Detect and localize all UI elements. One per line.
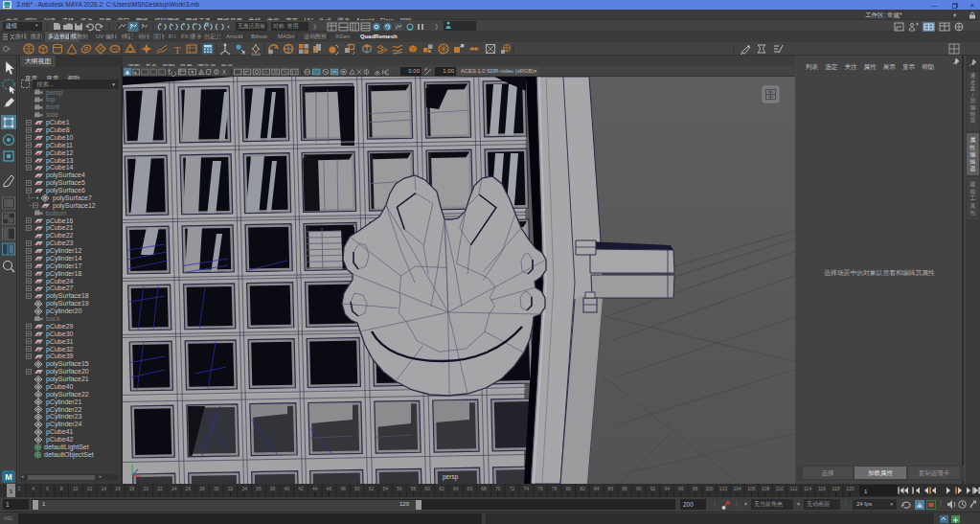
svg-text:56: 56 xyxy=(397,486,402,491)
svg-text:pCube1: pCube1 xyxy=(46,119,70,126)
svg-text:polySurface15: polySurface15 xyxy=(46,360,89,368)
svg-text:8: 8 xyxy=(60,486,63,491)
svg-text:110: 110 xyxy=(776,486,784,491)
svg-text:38: 38 xyxy=(270,486,276,491)
svg-text:62: 62 xyxy=(439,486,444,491)
svg-text:70: 70 xyxy=(495,486,501,491)
svg-text:polySurface19: polySurface19 xyxy=(46,300,89,308)
svg-text:pCube11: pCube11 xyxy=(46,142,73,149)
svg-text:pCube40: pCube40 xyxy=(46,383,74,391)
svg-text:属性编辑器: 属性编辑器 xyxy=(969,137,976,172)
svg-text:16: 16 xyxy=(115,486,121,491)
svg-text:86: 86 xyxy=(608,486,614,491)
svg-text:50: 50 xyxy=(354,486,360,491)
svg-text:100: 100 xyxy=(705,486,714,491)
svg-text:+: + xyxy=(969,504,972,509)
svg-text:pCube27: pCube27 xyxy=(46,285,74,292)
svg-text:polySurface22: polySurface22 xyxy=(46,391,89,399)
svg-text:74: 74 xyxy=(523,486,529,491)
svg-text:72: 72 xyxy=(510,486,515,491)
svg-text:pCube22: pCube22 xyxy=(46,232,74,239)
svg-text:80: 80 xyxy=(566,486,572,491)
svg-text:60: 60 xyxy=(425,486,431,491)
svg-text:18: 18 xyxy=(129,486,135,491)
svg-text:2: 2 xyxy=(18,486,21,491)
svg-text:back: back xyxy=(46,315,60,322)
svg-text:pCube31: pCube31 xyxy=(46,338,74,346)
svg-text:pCylinder20: pCylinder20 xyxy=(46,308,81,315)
svg-text:96: 96 xyxy=(678,486,684,491)
svg-text:54: 54 xyxy=(382,486,388,491)
svg-text:建模工具包: 建模工具包 xyxy=(969,181,976,216)
svg-text:T: T xyxy=(174,44,181,56)
svg-text:pCube41: pCube41 xyxy=(46,428,74,436)
svg-text:pCylinder12: pCylinder12 xyxy=(46,247,81,255)
svg-text:94: 94 xyxy=(664,486,670,491)
svg-text:pCube13: pCube13 xyxy=(46,157,74,165)
svg-text:26: 26 xyxy=(186,486,192,491)
svg-text:pCube23: pCube23 xyxy=(46,239,74,247)
svg-text:116: 116 xyxy=(818,486,826,491)
svg-text:polySurface21: polySurface21 xyxy=(46,376,89,383)
svg-text:42: 42 xyxy=(298,486,304,491)
svg-text:polySurface6: polySurface6 xyxy=(46,187,85,194)
svg-text:48: 48 xyxy=(340,486,346,491)
svg-text:32: 32 xyxy=(228,486,234,491)
svg-text:pCube32: pCube32 xyxy=(46,346,74,353)
svg-text:88: 88 xyxy=(622,486,627,491)
svg-text:pCylinder17: pCylinder17 xyxy=(46,262,81,270)
svg-text:90: 90 xyxy=(636,486,642,491)
svg-text:pCube42: pCube42 xyxy=(46,436,74,444)
svg-text:64: 64 xyxy=(453,486,459,491)
svg-text:36: 36 xyxy=(256,486,262,491)
svg-text:front: front xyxy=(46,103,59,110)
svg-text:84: 84 xyxy=(594,486,600,491)
svg-text:114: 114 xyxy=(804,486,811,491)
svg-text:bottom: bottom xyxy=(46,210,67,216)
svg-text:34: 34 xyxy=(241,486,247,491)
svg-text:112: 112 xyxy=(790,486,798,491)
svg-text:76: 76 xyxy=(537,486,543,491)
svg-text:pCylinder23: pCylinder23 xyxy=(46,413,81,421)
svg-text:polySurface7: polySurface7 xyxy=(53,194,92,202)
svg-text:14: 14 xyxy=(101,486,106,491)
svg-text:pCube21: pCube21 xyxy=(46,224,74,232)
svg-text:6: 6 xyxy=(46,486,49,491)
svg-text:106: 106 xyxy=(747,486,756,491)
svg-text:78: 78 xyxy=(552,486,558,491)
svg-text:82: 82 xyxy=(580,486,585,491)
svg-text:M: M xyxy=(5,472,12,482)
svg-text:58: 58 xyxy=(411,486,417,491)
svg-text:4: 4 xyxy=(32,486,34,491)
svg-text:118: 118 xyxy=(832,486,840,491)
svg-text:side: side xyxy=(46,111,58,118)
svg-text:pCube14: pCube14 xyxy=(46,164,74,171)
svg-text:12: 12 xyxy=(87,486,93,491)
svg-text:pCube16: pCube16 xyxy=(46,217,74,225)
svg-text:46: 46 xyxy=(327,486,332,491)
svg-text:40: 40 xyxy=(285,486,290,491)
svg-text:52: 52 xyxy=(369,486,375,491)
svg-text:pCube12: pCube12 xyxy=(46,149,74,157)
svg-text:persp: persp xyxy=(46,89,63,97)
svg-text:30: 30 xyxy=(214,486,219,491)
svg-text:pCube10: pCube10 xyxy=(46,134,74,142)
svg-text:persp: persp xyxy=(443,473,459,481)
svg-text:92: 92 xyxy=(650,486,656,491)
svg-text:10: 10 xyxy=(73,486,79,491)
svg-text:pCube29: pCube29 xyxy=(46,323,74,330)
svg-text:120: 120 xyxy=(846,486,855,491)
svg-text:20: 20 xyxy=(144,486,149,491)
svg-text:pCube24: pCube24 xyxy=(46,278,74,285)
svg-text:polySurface12: polySurface12 xyxy=(53,202,96,210)
svg-text:pCylinder22: pCylinder22 xyxy=(46,406,81,414)
svg-text:pCylinder24: pCylinder24 xyxy=(46,421,81,428)
svg-text:24: 24 xyxy=(171,486,177,491)
svg-text:22: 22 xyxy=(157,486,163,491)
svg-text:polySurface20: polySurface20 xyxy=(46,368,89,376)
svg-text:polySurface18: polySurface18 xyxy=(46,292,89,300)
svg-text:28: 28 xyxy=(199,486,205,491)
svg-text:pCube39: pCube39 xyxy=(46,353,74,360)
svg-text:polySurface4: polySurface4 xyxy=(46,171,85,179)
svg-text:defaultObjectSet: defaultObjectSet xyxy=(44,451,94,459)
